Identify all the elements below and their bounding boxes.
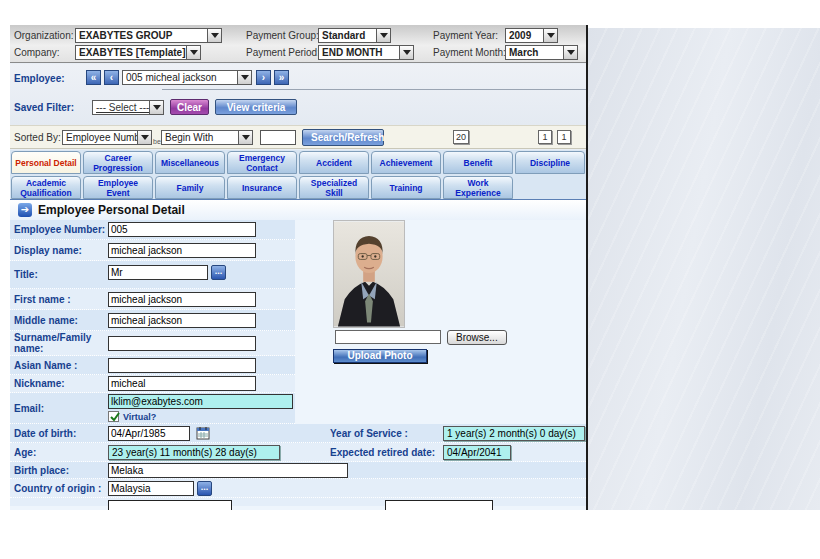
virtual-checkbox[interactable] bbox=[108, 411, 119, 422]
dropdown-arrow-icon[interactable] bbox=[149, 100, 164, 115]
payment-group-dropdown[interactable]: Standard bbox=[318, 28, 391, 43]
divider bbox=[162, 89, 586, 90]
organization-label: Organization: bbox=[14, 30, 73, 41]
clear-button[interactable]: Clear bbox=[170, 99, 209, 115]
first-record-button[interactable]: « bbox=[86, 70, 101, 85]
birth-place-field[interactable] bbox=[108, 463, 348, 478]
first-name-label: First name : bbox=[14, 294, 106, 305]
date-of-birth-field[interactable] bbox=[108, 426, 190, 441]
saved-filter-dropdown[interactable]: --- Select --- bbox=[92, 100, 164, 115]
payment-period-label: Payment Period: bbox=[246, 47, 320, 58]
display-name-field[interactable] bbox=[108, 243, 256, 258]
tab-specialized-skill[interactable]: Specialized Skill bbox=[299, 176, 369, 199]
country-of-origin-label: Country of origin : bbox=[14, 483, 106, 494]
country-of-origin-field[interactable] bbox=[108, 481, 194, 496]
current-page-box[interactable]: 1 bbox=[538, 130, 552, 144]
total-pages-box[interactable]: 1 bbox=[557, 130, 571, 144]
tab-insurance[interactable]: Insurance bbox=[227, 176, 297, 199]
birth-place-row: Birth place: bbox=[10, 462, 586, 479]
dropdown-arrow-icon[interactable] bbox=[399, 45, 414, 60]
dropdown-arrow-icon[interactable] bbox=[186, 45, 201, 60]
tab-accident[interactable]: Accident bbox=[299, 151, 369, 174]
tab-academic-qualification[interactable]: Academic Qualification bbox=[11, 176, 81, 199]
email-field[interactable] bbox=[108, 394, 293, 409]
payment-period-dropdown[interactable]: END MONTH bbox=[318, 45, 414, 60]
birth-place-label: Birth place: bbox=[14, 465, 106, 476]
dropdown-arrow-icon[interactable] bbox=[563, 45, 578, 60]
page-size-box[interactable]: 20 bbox=[453, 130, 469, 144]
photo-block bbox=[333, 220, 405, 328]
tab-emergency-contact[interactable]: Emergency Contact bbox=[227, 151, 297, 174]
payment-year-label: Payment Year: bbox=[433, 30, 498, 41]
company-dropdown[interactable]: EXABYTES [Template] bbox=[75, 45, 201, 60]
dropdown-arrow-icon[interactable] bbox=[207, 28, 222, 43]
age-label: Age: bbox=[14, 447, 106, 458]
year-of-service-value: 1 year(s) 2 month(s) 0 day(s) bbox=[443, 426, 585, 441]
employee-filter-area: Employee: « ‹ 005 micheal jackson › » Sa… bbox=[10, 64, 586, 125]
photo-file-input[interactable] bbox=[335, 330, 441, 344]
search-input[interactable] bbox=[260, 130, 296, 145]
dropdown-arrow-icon[interactable] bbox=[543, 28, 558, 43]
view-criteria-button[interactable]: View criteria bbox=[215, 99, 297, 115]
tab-achievement[interactable]: Achievement bbox=[371, 151, 441, 174]
next-record-button[interactable]: › bbox=[256, 70, 271, 85]
browse-button[interactable]: Browse... bbox=[447, 330, 507, 345]
country-of-origin-row: Country of origin : ... bbox=[10, 479, 586, 498]
nickname-row: Nickname: bbox=[10, 375, 295, 393]
tab-miscellaneous[interactable]: Miscellaneous bbox=[155, 151, 225, 174]
employee-dropdown[interactable]: 005 micheal jackson bbox=[122, 70, 252, 85]
first-name-row: First name : bbox=[10, 289, 295, 310]
tab-work-experience[interactable]: Work Experience bbox=[443, 176, 513, 199]
tab-employee-event[interactable]: Employee Event bbox=[83, 176, 153, 199]
employee-photo bbox=[333, 220, 405, 328]
middle-name-field[interactable] bbox=[108, 313, 256, 328]
tab-career-progression[interactable]: Career Progression bbox=[83, 151, 153, 174]
expected-retired-label: Expected retired date: bbox=[330, 447, 435, 458]
title-field[interactable] bbox=[108, 265, 208, 280]
employee-label: Employee: bbox=[14, 73, 65, 84]
dropdown-arrow-icon[interactable] bbox=[238, 130, 253, 145]
email-row: Email: Virtual? bbox=[10, 393, 295, 424]
title-row: Title: ... bbox=[10, 261, 295, 289]
last-record-button[interactable]: » bbox=[274, 70, 289, 85]
age-value: 23 year(s) 11 month(s) 28 day(s) bbox=[108, 445, 280, 460]
title-label: Title: bbox=[14, 269, 106, 280]
country-lookup-button[interactable]: ... bbox=[197, 481, 212, 496]
email-label: Email: bbox=[14, 403, 106, 414]
sort-field-dropdown[interactable]: Employee Number bbox=[62, 130, 152, 145]
tab-training[interactable]: Training bbox=[371, 176, 441, 199]
expected-retired-value: 04/Apr/2041 bbox=[443, 445, 511, 460]
page: Organization: EXABYTES GROUP Company: EX… bbox=[0, 0, 820, 559]
payment-month-dropdown[interactable]: March bbox=[505, 45, 578, 60]
background-watermark bbox=[588, 28, 820, 510]
upload-photo-button[interactable]: Upload Photo bbox=[333, 349, 427, 363]
heading-row: ➔ Employee Personal Detail bbox=[10, 200, 586, 220]
year-of-service-label: Year of Service : bbox=[330, 428, 408, 439]
tab-personal-detail[interactable]: Personal Detail bbox=[11, 151, 81, 174]
first-name-field[interactable] bbox=[108, 292, 256, 307]
tab-benefit[interactable]: Benefit bbox=[443, 151, 513, 174]
organization-dropdown[interactable]: EXABYTES GROUP bbox=[75, 28, 222, 43]
title-lookup-button[interactable]: ... bbox=[211, 265, 226, 280]
cut-off-row bbox=[10, 498, 586, 506]
asian-name-row: Asian Name : bbox=[10, 356, 295, 375]
asian-name-field[interactable] bbox=[108, 358, 256, 373]
tab-family[interactable]: Family bbox=[155, 176, 225, 199]
cut-off-field bbox=[385, 500, 493, 510]
middle-name-label: Middle name: bbox=[14, 315, 106, 326]
calendar-icon[interactable] bbox=[196, 426, 210, 444]
search-refresh-button[interactable]: Search/Refresh bbox=[302, 129, 384, 146]
match-mode-dropdown[interactable]: Begin With bbox=[161, 130, 253, 145]
dropdown-arrow-icon[interactable] bbox=[237, 70, 252, 85]
payment-month-label: Payment Month: bbox=[433, 47, 506, 58]
nickname-field[interactable] bbox=[108, 376, 256, 391]
dropdown-arrow-icon[interactable] bbox=[137, 130, 152, 145]
dropdown-arrow-icon[interactable] bbox=[376, 28, 391, 43]
previous-record-button[interactable]: ‹ bbox=[104, 70, 119, 85]
checkbox-check-icon bbox=[109, 411, 121, 423]
payment-year-dropdown[interactable]: 2009 bbox=[505, 28, 558, 43]
date-of-birth-row: Date of birth: Year of Service : 1 year(… bbox=[10, 424, 586, 443]
employee-number-field[interactable] bbox=[108, 222, 256, 237]
surname-field[interactable] bbox=[108, 336, 256, 351]
tab-discipline[interactable]: Discipline bbox=[515, 151, 585, 174]
